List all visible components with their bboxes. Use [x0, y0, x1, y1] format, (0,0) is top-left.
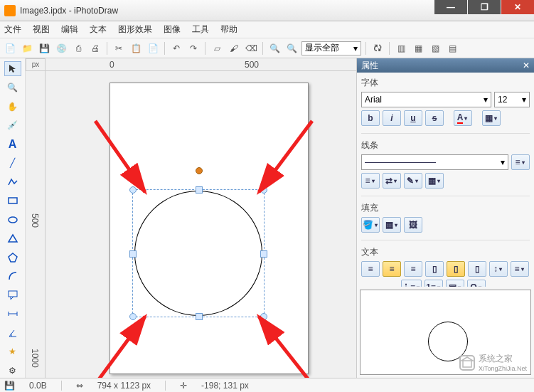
bold-button[interactable]: b [361, 110, 380, 126]
fill-pattern-button[interactable]: ▦▾ [383, 217, 401, 233]
resize-handle-s[interactable] [196, 313, 203, 320]
rect-tool[interactable] [4, 194, 21, 208]
align-left-button[interactable]: ≡ [361, 261, 380, 277]
angle-tool[interactable] [4, 326, 21, 341]
polyline-tool[interactable] [4, 174, 21, 189]
align-center-button[interactable]: ≡ [383, 261, 401, 277]
fill-color-button[interactable]: 🪣▾ [361, 217, 380, 233]
erase-icon[interactable]: ⌫ [244, 41, 258, 55]
menu-file[interactable]: 文件 [4, 23, 21, 36]
menu-tool[interactable]: 工具 [192, 23, 209, 36]
separator [205, 42, 205, 55]
font-color-button[interactable]: A▾ [454, 110, 472, 126]
menu-edit[interactable]: 编辑 [61, 23, 78, 36]
titlebar: Image3.ipdx - iPhotoDraw — ❐ ✕ [0, 0, 534, 21]
arc-tool[interactable] [4, 269, 21, 284]
refresh-icon[interactable]: 🗘 [370, 41, 385, 55]
new-icon[interactable]: 📄 [3, 41, 17, 55]
line-width-button[interactable]: ≡▾ [511, 154, 530, 170]
align-center-icon[interactable]: ▦ [411, 41, 425, 55]
resize-handle-e[interactable] [260, 250, 267, 258]
align-top-icon[interactable]: ▤ [445, 41, 459, 55]
star-tool[interactable]: ★ [4, 344, 21, 359]
font-size-combo[interactable]: 12▾ [494, 92, 530, 107]
valign-top-button[interactable]: ▯ [425, 261, 444, 277]
line-color-button[interactable]: ✎▾ [404, 173, 422, 189]
italic-button[interactable]: i [383, 110, 401, 126]
dimension-tool[interactable] [4, 307, 21, 322]
zoom-combo[interactable]: 显示全部 ▾ [301, 41, 361, 55]
minimize-button[interactable]: — [434, 0, 467, 14]
zoom-out-icon[interactable]: 🔍 [267, 41, 282, 55]
font-name-combo[interactable]: Arial▾ [361, 92, 491, 107]
cut-icon[interactable]: ✂ [112, 41, 126, 55]
undo-icon[interactable]: ↶ [169, 41, 183, 55]
panel-body: 字体 Arial▾ 12▾ b i u s A▾ ▦▾ 线条 [357, 73, 534, 287]
align-left-icon[interactable]: ▥ [394, 41, 408, 55]
line-style-combo[interactable]: ▾ [361, 154, 508, 170]
strike-button[interactable]: s [425, 110, 444, 126]
disc-icon[interactable]: 💿 [54, 41, 68, 55]
text-dir-button[interactable]: ↕▾ [489, 261, 508, 277]
triangle-tool[interactable] [4, 231, 21, 246]
resize-handle-w[interactable] [129, 250, 137, 258]
resize-handle-n[interactable] [196, 186, 203, 194]
valign-bot-button[interactable]: ▯ [468, 261, 486, 277]
close-button[interactable]: ✕ [501, 0, 534, 14]
align-right-icon[interactable]: ▧ [428, 41, 442, 55]
open-icon[interactable]: 📁 [20, 41, 34, 55]
canvas-inner: 500 1000 [26, 71, 356, 378]
panel-header: 属性 ✕ [357, 58, 534, 73]
fill-section: 填充 🪣▾ ▦▾ 🖼 [361, 202, 530, 240]
menu-view[interactable]: 视图 [33, 23, 50, 36]
menu-help[interactable]: 帮助 [220, 23, 237, 36]
indent-button[interactable]: ▤▾ [446, 280, 464, 287]
line-grid-button[interactable]: ▦▾ [425, 173, 444, 189]
callout-tool[interactable] [4, 287, 21, 302]
print-icon[interactable]: 🖨 [88, 41, 102, 55]
brush-icon[interactable]: 🖌 [227, 41, 241, 55]
ellipse-tool[interactable] [4, 212, 21, 227]
canvas[interactable] [46, 71, 356, 378]
copy-icon[interactable]: 📋 [129, 41, 143, 55]
line-tool[interactable]: ╱ [4, 156, 21, 171]
arrow-end-button[interactable]: ⇄▾ [383, 173, 401, 189]
maximize-button[interactable]: ❐ [468, 0, 501, 14]
paste-icon[interactable]: 📄 [146, 41, 160, 55]
underline-button[interactable]: u [404, 110, 422, 126]
pointer-tool[interactable] [4, 61, 21, 76]
fill-image-button[interactable]: 🖼 [404, 217, 422, 233]
svg-point-1 [9, 217, 17, 223]
arrow-start-button[interactable]: ≡▾ [361, 173, 380, 189]
select-icon[interactable]: ▱ [210, 41, 224, 55]
svg-line-5 [95, 317, 145, 378]
separator [262, 42, 263, 55]
valign-mid-button[interactable]: ▯ [447, 261, 465, 277]
statusbar: 💾 0.0B ⇔ 794 x 1123 px ✛ -198; 131 px [0, 378, 534, 392]
hand-tool[interactable]: ✋ [4, 99, 21, 114]
zoom-tool[interactable]: 🔍 [4, 80, 21, 95]
font-grid-button[interactable]: ▦▾ [482, 110, 501, 126]
gear-tool[interactable]: ⚙ [4, 364, 21, 378]
tool-palette: 🔍 ✋ 💉 A ╱ ★ ⚙ [0, 58, 26, 378]
numlist-button[interactable]: 1≡▾ [424, 280, 443, 287]
selection-box [132, 189, 265, 317]
bullet-button[interactable]: ⋮≡▾ [401, 280, 422, 287]
redo-icon[interactable]: ↷ [186, 41, 201, 55]
polygon-tool[interactable] [4, 250, 21, 265]
eyedropper-tool[interactable]: 💉 [4, 118, 21, 133]
list-button[interactable]: ≡▾ [511, 261, 529, 277]
text-tool[interactable]: A [4, 137, 21, 152]
symbol-button[interactable]: Ω▾ [467, 280, 486, 287]
align-right-button[interactable]: ≡ [404, 261, 422, 277]
menu-effect[interactable]: 图形效果 [118, 23, 152, 36]
menu-image[interactable]: 图像 [164, 23, 181, 36]
text-section: 文本 ≡ ≡ ≡ ▯ ▯ ▯ ↕▾ ≡▾ ⋮≡▾ 1≡▾ ▤▾ Ω▾ [361, 246, 530, 287]
save-icon[interactable]: 💾 [37, 41, 51, 55]
zoom-in-icon[interactable]: 🔍 [284, 41, 299, 55]
panel-close-icon[interactable]: ✕ [523, 60, 530, 70]
annotation-arrow-ne [248, 114, 319, 199]
rotate-handle[interactable] [196, 167, 203, 174]
scan-icon[interactable]: ⎙ [71, 41, 85, 55]
menu-text[interactable]: 文本 [90, 23, 107, 36]
